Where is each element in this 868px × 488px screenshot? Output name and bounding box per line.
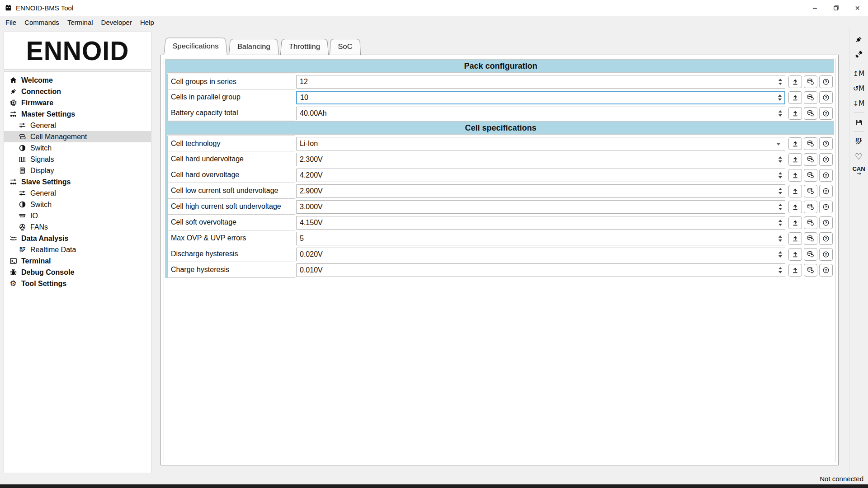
write-value-button[interactable]: [788, 201, 802, 213]
close-button[interactable]: ✕: [847, 0, 868, 16]
help-button[interactable]: [819, 264, 833, 277]
restore-button[interactable]: [826, 0, 847, 16]
sidebar-item-display[interactable]: Display: [4, 165, 151, 176]
sidebar-item-slave-settings[interactable]: Slave Settings: [4, 176, 151, 188]
charge-hysteresis-input[interactable]: 0.010V: [296, 263, 785, 277]
write-value-button[interactable]: [788, 248, 802, 261]
help-button[interactable]: [819, 169, 833, 182]
spin-up-icon[interactable]: [778, 94, 782, 97]
restore-default-button[interactable]: [804, 216, 817, 229]
spin-down-icon[interactable]: [778, 114, 782, 117]
tab-specifications[interactable]: Specifications: [164, 38, 227, 55]
spinner[interactable]: [778, 232, 783, 245]
write-value-button[interactable]: [788, 75, 802, 88]
spin-down-icon[interactable]: [778, 255, 782, 258]
spin-up-icon[interactable]: [778, 204, 782, 206]
spinner[interactable]: [778, 264, 783, 277]
write-value-button[interactable]: [788, 216, 802, 229]
spin-up-icon[interactable]: [778, 110, 782, 113]
sidebar-item-tool-settings[interactable]: ⚙Tool Settings: [4, 278, 151, 289]
sidebar-item-slave-general[interactable]: General: [4, 188, 151, 199]
restore-default-button[interactable]: [804, 169, 817, 182]
write-value-button[interactable]: [788, 153, 802, 166]
spin-down-icon[interactable]: [778, 99, 782, 101]
help-button[interactable]: [819, 107, 833, 120]
tab-balancing[interactable]: Balancing: [229, 39, 279, 55]
restore-default-button[interactable]: [804, 75, 817, 88]
help-button[interactable]: [819, 248, 833, 261]
restore-default-button[interactable]: [804, 185, 817, 197]
minimize-button[interactable]: ─: [804, 0, 826, 16]
write-value-button[interactable]: [788, 137, 802, 150]
sidebar-item-firmware[interactable]: Firmware: [4, 97, 151, 108]
sidebar-item-slave-switch[interactable]: Switch: [4, 199, 151, 210]
sidebar-item-realtime-data[interactable]: Realtime Data: [4, 244, 151, 255]
spinner[interactable]: [778, 248, 783, 261]
sidebar-item-cell-management[interactable]: Cell Management: [4, 131, 151, 142]
spinner[interactable]: [778, 75, 783, 88]
discharge-hysteresis-input[interactable]: 0.020V: [296, 248, 785, 261]
spin-up-icon[interactable]: [778, 188, 782, 190]
menu-terminal[interactable]: Terminal: [63, 17, 97, 28]
help-button[interactable]: [819, 232, 833, 245]
sidebar-item-welcome[interactable]: Welcome: [4, 75, 151, 86]
read-memory-button[interactable]: ↥M: [853, 67, 865, 80]
battery-capacity-total-input[interactable]: 40.00Ah: [296, 107, 785, 120]
realtime-data-button[interactable]: [854, 135, 863, 147]
spin-up-icon[interactable]: [778, 79, 782, 81]
menu-help[interactable]: Help: [136, 17, 158, 28]
refresh-memory-button[interactable]: ↺M: [853, 82, 865, 94]
spin-up-icon[interactable]: [778, 251, 782, 253]
cell-low-current-soft-undervoltage-input[interactable]: 2.900V: [296, 184, 785, 198]
restore-default-button[interactable]: [804, 201, 817, 213]
restore-default-button[interactable]: [804, 107, 817, 120]
sidebar-item-signals[interactable]: Signals: [4, 154, 151, 165]
write-value-button[interactable]: [788, 264, 802, 277]
spin-up-icon[interactable]: [778, 156, 782, 159]
spin-up-icon[interactable]: [778, 235, 782, 238]
sidebar-item-master-general[interactable]: General: [4, 120, 151, 131]
cell-hard-undervoltage-input[interactable]: 2.300V: [296, 153, 785, 166]
spinner[interactable]: [778, 169, 783, 182]
spin-down-icon[interactable]: [778, 192, 782, 194]
spin-down-icon[interactable]: [778, 176, 782, 178]
sidebar-item-data-analysis[interactable]: Data Analysis: [4, 233, 151, 244]
spinner[interactable]: [777, 92, 783, 103]
connect-button[interactable]: [854, 33, 863, 46]
cells-in-parallel-group-input[interactable]: 10: [296, 91, 785, 104]
restore-default-button[interactable]: [804, 153, 817, 166]
spin-down-icon[interactable]: [778, 224, 782, 226]
help-button[interactable]: [819, 201, 833, 213]
spin-up-icon[interactable]: [778, 220, 782, 222]
write-value-button[interactable]: [788, 91, 802, 104]
cell-high-current-soft-undervoltage-input[interactable]: 3.000V: [296, 200, 785, 214]
restore-default-button[interactable]: [804, 232, 817, 245]
write-value-button[interactable]: [788, 169, 802, 182]
menu-developer[interactable]: Developer: [97, 17, 136, 28]
write-value-button[interactable]: [788, 185, 802, 197]
spin-down-icon[interactable]: [778, 83, 782, 85]
spin-up-icon[interactable]: [778, 172, 782, 174]
save-button[interactable]: [855, 116, 863, 128]
sidebar-item-master-settings[interactable]: Master Settings: [4, 108, 151, 120]
sidebar-item-debug-console[interactable]: Debug Console: [4, 267, 151, 278]
help-button[interactable]: [819, 216, 833, 229]
help-button[interactable]: [819, 137, 833, 150]
spin-down-icon[interactable]: [778, 239, 782, 242]
help-button[interactable]: [819, 91, 833, 104]
sidebar-item-connection[interactable]: Connection: [4, 86, 151, 97]
sidebar-item-io[interactable]: IO: [4, 210, 151, 221]
spinner[interactable]: [778, 201, 783, 213]
tab-soc[interactable]: SoC: [330, 39, 361, 55]
restore-default-button[interactable]: [804, 91, 817, 104]
help-button[interactable]: [819, 153, 833, 166]
can-bus-button[interactable]: CAN →: [852, 165, 865, 177]
menu-file[interactable]: File: [1, 17, 20, 28]
spinner[interactable]: [778, 107, 783, 120]
restore-default-button[interactable]: [804, 248, 817, 261]
help-button[interactable]: [819, 75, 833, 88]
restore-default-button[interactable]: [804, 264, 817, 277]
menu-commands[interactable]: Commands: [20, 17, 63, 28]
spinner[interactable]: [778, 153, 783, 166]
favorite-button[interactable]: ♡: [855, 150, 863, 162]
